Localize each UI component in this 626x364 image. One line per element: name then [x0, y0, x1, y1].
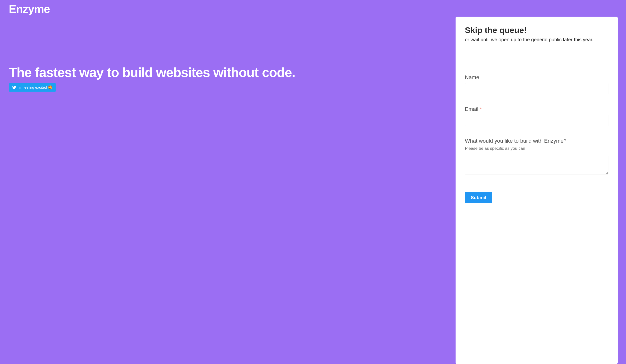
- twitter-icon: [12, 86, 16, 89]
- left-panel: Enzyme The fastest way to build websites…: [0, 0, 456, 364]
- build-hint: Please be as specific as you can: [465, 146, 608, 151]
- tweet-button[interactable]: I'm feeling excited 🤩: [9, 83, 56, 92]
- build-textarea[interactable]: [465, 156, 608, 174]
- email-label: Email *: [465, 106, 608, 112]
- hero-title: The fastest way to build websites withou…: [9, 65, 446, 80]
- name-field-group: Name: [465, 74, 608, 94]
- form-title: Skip the queue!: [465, 25, 608, 35]
- name-input[interactable]: [465, 83, 608, 94]
- email-input[interactable]: [465, 115, 608, 126]
- required-asterisk: *: [480, 106, 482, 112]
- form-subtitle: or wait until we open up to the general …: [465, 37, 608, 42]
- build-field-group: What would you like to build with Enzyme…: [465, 138, 608, 175]
- brand-logo: Enzyme: [9, 2, 446, 16]
- build-label: What would you like to build with Enzyme…: [465, 138, 608, 144]
- email-label-text: Email: [465, 106, 478, 112]
- email-field-group: Email *: [465, 106, 608, 126]
- tweet-button-label: I'm feeling excited 🤩: [18, 85, 53, 90]
- submit-button[interactable]: Submit: [465, 192, 492, 203]
- signup-form-panel: Skip the queue! or wait until we open up…: [456, 17, 618, 364]
- hero-section: The fastest way to build websites withou…: [9, 65, 446, 92]
- main-container: Enzyme The fastest way to build websites…: [0, 0, 626, 364]
- name-label: Name: [465, 74, 608, 81]
